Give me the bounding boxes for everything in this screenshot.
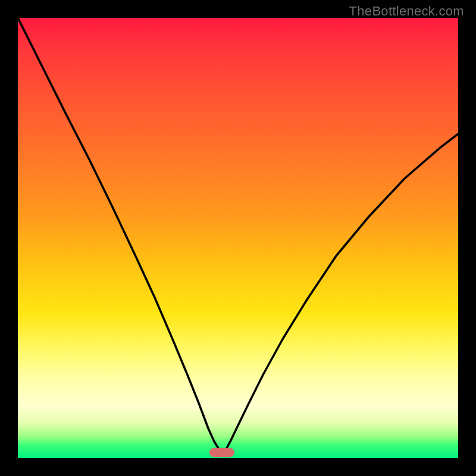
left-curve [18,18,223,455]
watermark-text: TheBottleneck.com [349,4,464,19]
right-curve [223,134,458,455]
bottleneck-marker [209,448,234,457]
chart-curves [18,18,458,458]
chart-frame [18,18,458,458]
